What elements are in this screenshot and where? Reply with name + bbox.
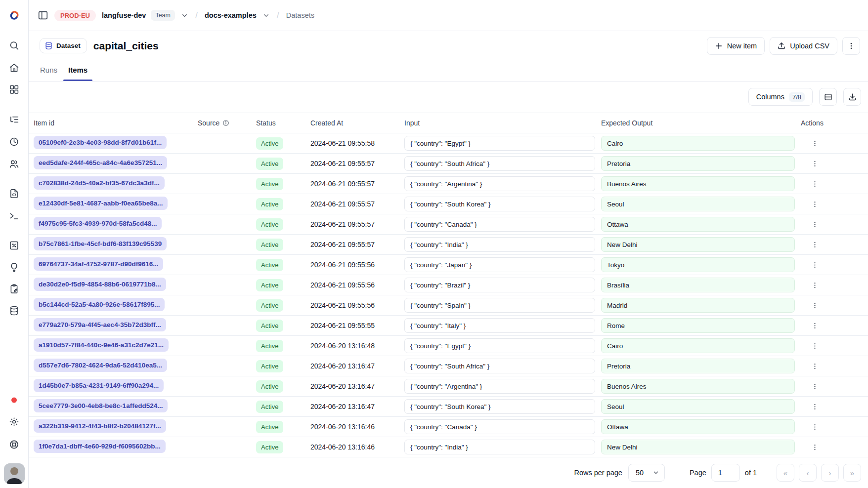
row-actions-button[interactable] bbox=[809, 381, 821, 392]
org-name[interactable]: langfuse-dev bbox=[102, 11, 146, 19]
row-actions-button[interactable] bbox=[809, 401, 821, 412]
row-actions-button[interactable] bbox=[809, 138, 821, 149]
item-id-badge[interactable]: b75c7861-1fbe-45cf-bdf6-83f139c95539 bbox=[34, 237, 167, 250]
column-header-created-at: Created At bbox=[310, 119, 404, 127]
actions-cell bbox=[801, 178, 868, 190]
item-id-badge[interactable]: 1f0e7da1-dbff-4e60-929d-f6095602bb... bbox=[34, 440, 166, 453]
item-id-badge[interactable]: f4975c95-5fc3-4939-970d-58fa5cd48... bbox=[34, 217, 162, 230]
item-id-cell: 05109ef0-2e3b-4e03-98dd-8f7d01b61f... bbox=[34, 136, 198, 151]
row-actions-button[interactable] bbox=[809, 361, 821, 372]
row-actions-button[interactable] bbox=[809, 300, 821, 311]
kebab-menu-icon bbox=[811, 221, 819, 228]
kebab-menu-icon bbox=[811, 363, 819, 370]
sidebar-toggle-button[interactable] bbox=[38, 10, 48, 21]
sidebar-item-prompts[interactable] bbox=[0, 189, 28, 199]
sidebar-item-datasets[interactable] bbox=[0, 306, 28, 316]
actions-cell bbox=[801, 138, 868, 149]
row-actions-button[interactable] bbox=[809, 239, 821, 250]
avatar[interactable] bbox=[4, 463, 25, 484]
sidebar-item-users[interactable] bbox=[0, 159, 28, 169]
row-actions-button[interactable] bbox=[809, 421, 821, 433]
created-at-cell: 2024-06-20 13:16:46 bbox=[310, 443, 404, 451]
project-name[interactable]: docs-examples bbox=[205, 11, 257, 19]
main-content: Dataset capital_cities New item Upload C… bbox=[29, 31, 868, 488]
sidebar-item-playground[interactable] bbox=[0, 211, 28, 221]
info-icon[interactable] bbox=[222, 120, 229, 126]
first-page-button[interactable]: « bbox=[777, 464, 794, 482]
rows-per-page-select[interactable]: 50 bbox=[628, 464, 665, 482]
download-icon bbox=[848, 93, 857, 101]
item-id-badge[interactable]: 05109ef0-2e3b-4e03-98dd-8f7d01b61f... bbox=[34, 136, 167, 149]
sidebar-item-settings[interactable] bbox=[0, 417, 28, 427]
row-height-button[interactable] bbox=[819, 88, 837, 106]
item-id-badge[interactable]: 1d45b0e7-b85a-4231-9149-6ff90a294... bbox=[34, 379, 164, 392]
item-id-badge[interactable]: de30d2e0-f5d9-4854-88b6-0619771b8... bbox=[34, 278, 166, 291]
pagination-bar: Rows per page 50 Page 1 of 1 « ‹ › » bbox=[29, 457, 868, 488]
item-id-badge[interactable]: b5c144cd-52a5-4a80-926e-58617f895... bbox=[34, 298, 165, 311]
expected-output-cell: Seoul bbox=[601, 197, 801, 211]
item-id-badge[interactable]: e12430df-5e81-4687-aabb-f0ea65be8a... bbox=[34, 197, 168, 210]
export-button[interactable] bbox=[843, 88, 861, 106]
upload-csv-button[interactable]: Upload CSV bbox=[770, 37, 837, 55]
breadcrumb-section[interactable]: Datasets bbox=[286, 11, 314, 19]
columns-label: Columns bbox=[756, 93, 784, 101]
status-cell: Active bbox=[256, 178, 310, 190]
project-switcher-button[interactable] bbox=[262, 12, 270, 19]
tab-runs[interactable]: Runs bbox=[35, 66, 62, 81]
row-actions-button[interactable] bbox=[809, 158, 821, 169]
item-id-badge[interactable]: 5cee7779-3e00-4eb8-be8c-1affedd524... bbox=[34, 399, 168, 412]
new-item-button[interactable]: New item bbox=[707, 37, 765, 55]
sidebar-item-dashboards[interactable] bbox=[0, 84, 28, 95]
sidebar-item-evaluation[interactable] bbox=[0, 262, 28, 273]
item-id-badge[interactable]: d557e7d6-7802-4624-9da6-52d410ea5... bbox=[34, 359, 167, 372]
item-id-cell: c702838d-24d5-40a2-bf35-67dc3a3df... bbox=[34, 176, 198, 192]
sidebar-item-support[interactable] bbox=[0, 440, 28, 450]
row-actions-button[interactable] bbox=[809, 219, 821, 230]
columns-button[interactable]: Columns 7/8 bbox=[748, 88, 813, 106]
page-number-input[interactable]: 1 bbox=[711, 464, 740, 482]
item-id-cell: f4975c95-5fc3-4939-970d-58fa5cd48... bbox=[34, 217, 198, 232]
square-percent-icon bbox=[9, 241, 19, 251]
row-actions-button[interactable] bbox=[809, 442, 821, 453]
actions-cell bbox=[801, 401, 868, 412]
langfuse-logo[interactable] bbox=[8, 9, 20, 21]
row-actions-button[interactable] bbox=[809, 280, 821, 291]
row-actions-button[interactable] bbox=[809, 178, 821, 190]
expected-output-value: Cairo bbox=[601, 338, 795, 353]
prev-page-button[interactable]: ‹ bbox=[799, 464, 817, 482]
traces-icon bbox=[9, 115, 19, 125]
input-value: { "country": "India" } bbox=[404, 237, 595, 252]
sidebar-item-annotation-queues[interactable] bbox=[0, 284, 28, 294]
sidebar-item-scores[interactable] bbox=[0, 241, 28, 251]
kebab-menu-icon bbox=[811, 403, 819, 410]
last-page-button[interactable]: » bbox=[843, 464, 861, 482]
input-cell: { "country": "Italy" } bbox=[404, 318, 601, 333]
item-id-badge[interactable]: e779a270-579a-4f45-aec4-35b72d3bff... bbox=[34, 318, 166, 331]
status-badge: Active bbox=[256, 380, 283, 393]
upload-icon bbox=[778, 42, 785, 50]
expected-output-value: Seoul bbox=[601, 399, 795, 414]
topbar: PROD-EU langfuse-dev Team / docs-example… bbox=[29, 0, 868, 31]
item-id-badge[interactable]: a322b319-9412-4f43-b8f2-b20484127f... bbox=[34, 419, 166, 433]
plus-icon bbox=[715, 42, 723, 50]
input-value: { "country": "Canada" } bbox=[404, 217, 595, 232]
next-page-button[interactable]: › bbox=[821, 464, 839, 482]
item-id-badge[interactable]: a1910d57-7f84-440c-9e46-a31c2d7e21... bbox=[34, 338, 169, 352]
item-id-badge[interactable]: c702838d-24d5-40a2-bf35-67dc3a3df... bbox=[34, 176, 165, 190]
sidebar-item-home[interactable] bbox=[0, 63, 28, 73]
row-actions-button[interactable] bbox=[809, 199, 821, 210]
row-actions-button[interactable] bbox=[809, 320, 821, 331]
sidebar-item-sessions[interactable] bbox=[0, 137, 28, 147]
sidebar-item-tracing[interactable] bbox=[0, 115, 28, 125]
tab-items[interactable]: Items bbox=[63, 66, 92, 81]
rows-per-page-value: 50 bbox=[636, 469, 644, 477]
row-actions-button[interactable] bbox=[809, 340, 821, 352]
dataset-actions-button[interactable] bbox=[842, 37, 860, 55]
status-badge: Active bbox=[256, 239, 283, 251]
row-actions-button[interactable] bbox=[809, 259, 821, 271]
expected-output-value: Ottawa bbox=[601, 419, 795, 434]
org-switcher-button[interactable] bbox=[181, 12, 188, 19]
sidebar-item-search[interactable] bbox=[0, 41, 28, 51]
item-id-badge[interactable]: eed5dafe-244f-465c-a84c-4a6e357251... bbox=[34, 156, 167, 169]
item-id-badge[interactable]: 69764737-34af-4752-9787-d90df9616... bbox=[34, 257, 163, 271]
